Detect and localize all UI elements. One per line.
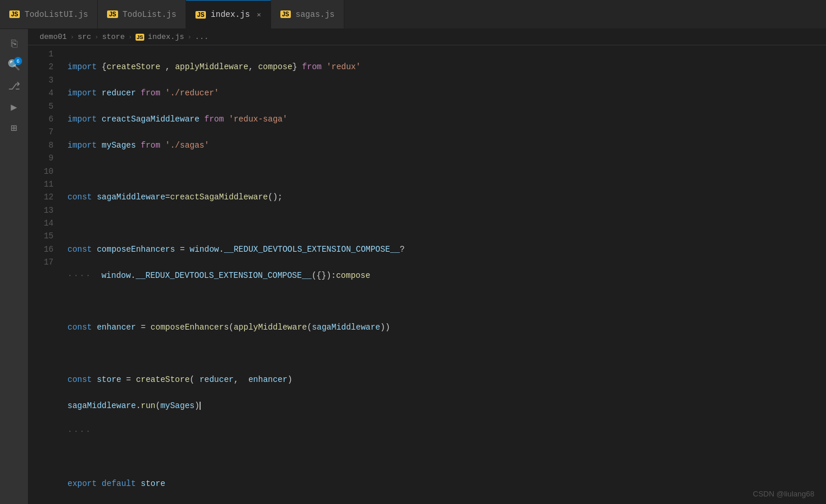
breadcrumb-demo01: demo01: [40, 33, 67, 41]
editor-container: demo01 › src › store › JS index.js › ...…: [28, 29, 826, 504]
code-line-9: ···· window.__REDUX_DEVTOOLS_EXTENSION_C…: [67, 269, 826, 282]
code-line-8: const composeEnhancers = window.__REDUX_…: [67, 243, 826, 256]
js-icon: JS: [107, 10, 118, 18]
code-line-13: const store = createStore( reducer, enha…: [67, 373, 826, 386]
breadcrumb-index: index.js: [148, 33, 184, 41]
code-line-16: [67, 451, 826, 464]
activity-files[interactable]: ⎘: [5, 35, 23, 53]
breadcrumb-js-icon: JS: [136, 34, 144, 41]
breadcrumb-src: src: [77, 33, 91, 41]
code-line-11: const enhancer = composeEnhancers(applyM…: [67, 321, 826, 334]
tab-label: TodoListUI.js: [24, 10, 88, 19]
activity-debug[interactable]: ▶: [5, 98, 23, 116]
code-line-3: import creactSagaMiddleware from 'redux-…: [67, 113, 826, 126]
breadcrumb-ellipsis: ...: [195, 33, 208, 41]
activity-bar: ⎘ 🔍 6 ⎇ ▶ ⊞: [0, 29, 28, 504]
code-line-12: [67, 347, 826, 360]
breadcrumb-sep3: ›: [128, 34, 132, 41]
code-line-5: [67, 165, 826, 178]
code-line-7: [67, 217, 826, 230]
code-line-10: [67, 295, 826, 308]
tab-label: TodoList.js: [123, 10, 176, 19]
tab-sagas[interactable]: JS sagas.js: [271, 0, 344, 28]
tab-index[interactable]: JS index.js ✕: [186, 0, 271, 28]
breadcrumb-sep4: ›: [188, 34, 192, 41]
code-line-4: import mySages from './sagas': [67, 139, 826, 152]
activity-search[interactable]: 🔍 6: [5, 56, 23, 74]
js-icon: JS: [195, 11, 206, 19]
code-line-15: ····: [67, 425, 826, 438]
breadcrumb-sep: ›: [70, 34, 74, 41]
code-line-1: import {createStore , applyMiddleware, c…: [67, 60, 826, 73]
activity-git[interactable]: ⎇: [5, 77, 23, 95]
badge-number: 6: [14, 57, 22, 65]
line-numbers: 1 2 3 4 5 6 7 8 9 10 11 12 13 14 15 16 1…: [28, 45, 63, 504]
tab-todolist[interactable]: JS TodoList.js: [98, 0, 186, 28]
code-line-6: const sagaMiddleware=creactSagaMiddlewar…: [67, 191, 826, 203]
code-area[interactable]: import {createStore , applyMiddleware, c…: [63, 45, 826, 504]
code-line-2: import reducer from './reducer': [67, 87, 826, 99]
code-line-17: export default store: [67, 477, 826, 490]
breadcrumb-store: store: [102, 33, 124, 41]
activity-extensions[interactable]: ⊞: [5, 119, 23, 137]
breadcrumb-sep2: ›: [95, 34, 99, 41]
breadcrumb: demo01 › src › store › JS index.js › ...: [28, 29, 826, 45]
code-line-14: sagaMiddleware.run(mySages): [67, 399, 826, 412]
editor-content[interactable]: 1 2 3 4 5 6 7 8 9 10 11 12 13 14 15 16 1…: [28, 45, 826, 504]
tab-bar: JS TodoListUI.js JS TodoList.js JS index…: [0, 0, 826, 29]
js-icon: JS: [9, 10, 20, 18]
tab-todolistui[interactable]: JS TodoListUI.js: [0, 0, 98, 28]
tab-label: sagas.js: [295, 10, 334, 19]
tab-label: index.js: [211, 10, 250, 19]
js-icon: JS: [280, 10, 291, 18]
tab-close-icon[interactable]: ✕: [257, 10, 261, 19]
watermark: CSDN @liulang68: [753, 489, 814, 498]
